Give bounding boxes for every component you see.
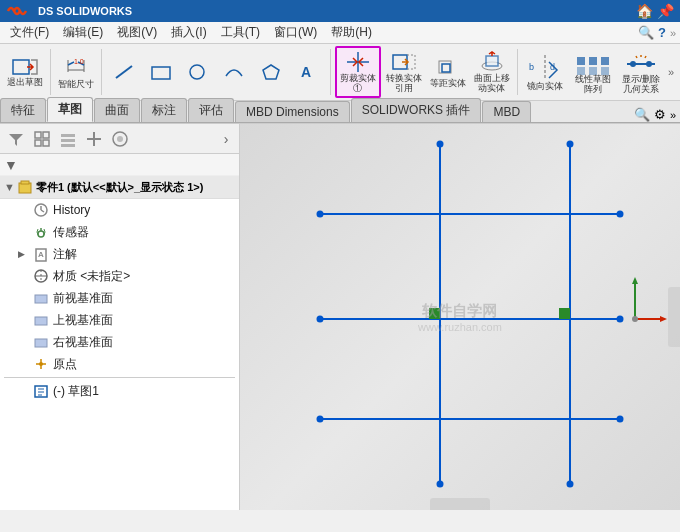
tree-front-plane[interactable]: 前视基准面: [0, 287, 239, 309]
polygon-button[interactable]: [254, 46, 289, 98]
scroll-right[interactable]: [668, 287, 680, 347]
search-icon[interactable]: 🔍: [638, 25, 654, 40]
tree-content: ▼ 零件1 (默认<<默认>_显示状态 1>) History: [0, 176, 239, 402]
tree-material[interactable]: 材质 <未指定>: [0, 265, 239, 287]
arc-icon: [222, 62, 246, 82]
text-button[interactable]: A: [291, 46, 326, 98]
menu-item-insert[interactable]: 插入(I): [165, 22, 212, 43]
mirror-icon: b b: [527, 52, 563, 82]
svg-marker-77: [660, 316, 667, 322]
search-tab-icon[interactable]: 🔍: [634, 107, 650, 122]
trim-button[interactable]: 剪裁实体①: [335, 46, 381, 98]
circle-button[interactable]: [180, 46, 215, 98]
canvas-area[interactable]: 软件自学网 www.ruzhan.com: [240, 124, 680, 510]
svg-point-66: [437, 481, 444, 488]
menu-item-edit[interactable]: 编辑(E): [57, 22, 109, 43]
svg-point-73: [617, 416, 624, 423]
svg-rect-75: [559, 308, 570, 319]
linear-array-button[interactable]: 线性草图阵列: [570, 46, 616, 98]
convert-button[interactable]: 转换实体引用: [383, 46, 425, 98]
tab-feature[interactable]: 特征: [0, 98, 46, 122]
tree-origin[interactable]: 原点: [0, 353, 239, 375]
panel-expand-btn[interactable]: ›: [217, 130, 235, 148]
root-arrow: ▼: [4, 181, 15, 193]
svg-rect-74: [429, 308, 440, 319]
rectangle-icon: [149, 62, 173, 82]
separator-2: [101, 49, 102, 95]
svg-text:A: A: [38, 250, 44, 259]
tab-surface[interactable]: 曲面: [94, 98, 140, 122]
menu-item-view[interactable]: 视图(V): [111, 22, 163, 43]
menu-item-file[interactable]: 文件(F): [4, 22, 55, 43]
home-icon[interactable]: 🏠: [636, 3, 653, 19]
tab-more-icon[interactable]: »: [670, 109, 676, 121]
surface-move-button[interactable]: 曲面上移动实体: [471, 46, 513, 98]
menu-item-help[interactable]: 帮助(H): [325, 22, 378, 43]
panel-cross-icon: [85, 130, 103, 148]
panel-tool-cross[interactable]: [82, 127, 106, 151]
note-arrow: ▶: [18, 249, 32, 259]
panel-tool-filter[interactable]: [4, 127, 28, 151]
tree-sketch1[interactable]: (-) 草图1: [0, 380, 239, 402]
show-hide-geo-label: 显示/删除几何关系: [621, 75, 661, 95]
tab-annotation[interactable]: 标注: [141, 98, 187, 122]
svg-marker-79: [632, 277, 638, 284]
tab-sketch[interactable]: 草图: [47, 97, 93, 122]
convert-label: 转换实体引用: [386, 74, 422, 94]
exit-sketch-button[interactable]: 退出草图: [4, 46, 46, 98]
svg-point-67: [567, 481, 574, 488]
show-hide-geo-button[interactable]: 显示/删除几何关系: [618, 46, 664, 98]
tree-root-item[interactable]: ▼ 零件1 (默认<<默认>_显示状态 1>): [0, 176, 239, 199]
svg-rect-29: [43, 140, 49, 146]
tab-evaluate[interactable]: 评估: [188, 98, 234, 122]
exit-sketch-icon: [11, 56, 39, 78]
line-button[interactable]: [106, 46, 141, 98]
svg-point-42: [38, 231, 44, 237]
right-plane-icon: [32, 333, 50, 351]
tree-top-plane[interactable]: 上视基准面: [0, 309, 239, 331]
main-content: › ▼ ▼ 零件1 (默认<<默认>_显示状态 1>): [0, 124, 680, 510]
sketch-svg: [240, 124, 680, 510]
rectangle-button[interactable]: [143, 46, 178, 98]
line-icon: [112, 62, 136, 82]
panel-grid1-icon: [33, 130, 51, 148]
svg-rect-0: [13, 60, 29, 74]
tab-sw-plugins[interactable]: SOLIDWORKS 插件: [351, 98, 482, 122]
help-icon[interactable]: ?: [658, 25, 666, 40]
svg-point-68: [317, 211, 324, 218]
panel-tool-grid1[interactable]: [30, 127, 54, 151]
svg-point-36: [117, 136, 123, 142]
top-plane-label: 上视基准面: [53, 312, 113, 329]
show-hide-geo-icon: [623, 49, 659, 75]
sw-logo: DS SOLIDWORKS: [6, 3, 132, 19]
panel-tool-grid2[interactable]: [56, 127, 80, 151]
mirror-button[interactable]: b b 镜向实体: [522, 46, 568, 98]
separator-1: [50, 49, 51, 95]
menu-item-tools[interactable]: 工具(T): [215, 22, 266, 43]
smart-dim-button[interactable]: 1.0 智能尺寸: [55, 46, 97, 98]
panel-tool-circle[interactable]: [108, 127, 132, 151]
smart-dim-label: 智能尺寸: [58, 78, 94, 91]
sketch1-icon: [32, 382, 50, 400]
menu-item-window[interactable]: 窗口(W): [268, 22, 323, 43]
history-label: History: [53, 203, 90, 217]
tree-history[interactable]: History: [0, 199, 239, 221]
separator-4: [517, 49, 518, 95]
offset-button[interactable]: 等距实体: [427, 46, 469, 98]
tree-right-plane[interactable]: 右视基准面: [0, 331, 239, 353]
tree-sensor[interactable]: 传感器: [0, 221, 239, 243]
arc-button[interactable]: [217, 46, 252, 98]
tab-settings-icon[interactable]: ⚙: [654, 107, 666, 122]
material-svg: [33, 268, 49, 284]
tab-mbd[interactable]: MBD: [482, 101, 531, 122]
svg-point-64: [437, 141, 444, 148]
tree-note[interactable]: ▶ A 注解: [0, 243, 239, 265]
more-tools-button[interactable]: »: [666, 64, 676, 80]
scroll-bottom[interactable]: [430, 498, 490, 510]
svg-line-41: [41, 210, 44, 212]
origin-label: 原点: [53, 356, 77, 373]
pin-icon[interactable]: 📌: [657, 3, 674, 19]
svg-rect-28: [35, 140, 41, 146]
tab-mbd-dim[interactable]: MBD Dimensions: [235, 101, 350, 122]
sensor-icon: [32, 223, 50, 241]
